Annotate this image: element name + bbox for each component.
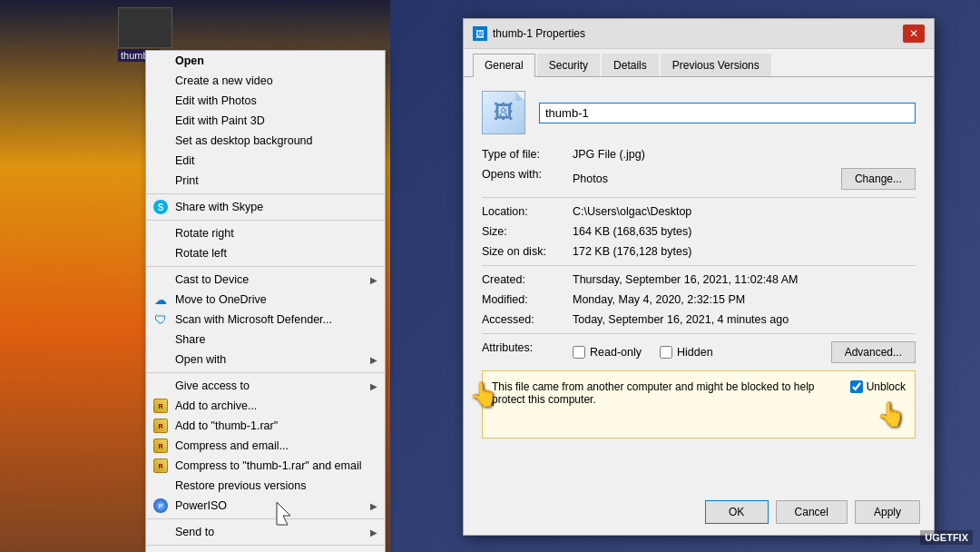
onedrive-icon: ☁ [152, 291, 170, 309]
hidden-checkbox-label[interactable]: Hidden [660, 346, 713, 359]
menu-item-cut[interactable]: Cut [146, 548, 385, 552]
accessed-row: Accessed: Today, September 16, 2021, 4 m… [482, 313, 916, 326]
cursor-unblock: 👆 [877, 400, 906, 429]
menu-item-move-onedrive[interactable]: ☁ Move to OneDrive [146, 290, 385, 310]
attributes-checkboxes: Read-only Hidden [573, 346, 713, 359]
tab-details[interactable]: Details [602, 54, 659, 76]
hidden-checkbox[interactable] [660, 346, 672, 359]
watermark: UGETFIX [920, 530, 973, 545]
attributes-row: Attributes: Read-only Hidden Advanced... [482, 341, 916, 363]
separator-props-2 [482, 265, 916, 266]
dialog-title-text: thumb-1 Properties [493, 27, 585, 40]
change-button[interactable]: Change... [841, 168, 916, 190]
menu-item-share[interactable]: Share [146, 330, 385, 350]
created-value: Thursday, September 16, 2021, 11:02:48 A… [573, 273, 799, 286]
tab-general[interactable]: General [473, 54, 535, 77]
created-label: Created: [482, 273, 573, 286]
menu-item-give-access[interactable]: Give access to ▶ [146, 376, 385, 396]
menu-item-cast-device[interactable]: Cast to Device ▶ [146, 270, 385, 290]
tab-previous-versions[interactable]: Previous Versions [661, 54, 771, 76]
cancel-button[interactable]: Cancel [776, 500, 848, 524]
submenu-arrow: ▶ [370, 355, 377, 365]
dialog-content: 🖼 Type of file: JPG File (.jpg) Opens wi… [464, 77, 934, 452]
modified-value: Monday, May 4, 2020, 2:32:15 PM [573, 293, 745, 306]
readonly-checkbox-label[interactable]: Read-only [573, 346, 642, 359]
separator-props-3 [482, 333, 916, 334]
unblock-checkbox[interactable] [850, 380, 863, 393]
file-info-top: 🖼 [482, 91, 916, 134]
menu-item-restore-versions[interactable]: Restore previous versions [146, 476, 385, 496]
menu-item-send-to[interactable]: Send to ▶ [146, 522, 385, 542]
size-on-disk-label: Size on disk: [482, 245, 573, 258]
menu-item-share-skype[interactable]: S Share with Skype [146, 197, 385, 217]
location-value: C:\Users\olgac\Desktop [573, 205, 691, 218]
apply-button[interactable]: Apply [855, 500, 920, 524]
menu-item-print[interactable]: Print [146, 171, 385, 191]
winrar-icon-3: R [152, 437, 170, 455]
location-label: Location: [482, 205, 573, 218]
menu-item-open[interactable]: Open [146, 51, 385, 71]
menu-item-poweriso[interactable]: P PowerISO ▶ [146, 496, 385, 516]
poweriso-icon: P [152, 497, 170, 515]
security-text: This file came from another computer and… [492, 380, 841, 406]
menu-item-edit[interactable]: Edit [146, 151, 385, 171]
dialog-footer: OK Cancel Apply [705, 500, 920, 524]
created-row: Created: Thursday, September 16, 2021, 1… [482, 273, 916, 286]
menu-item-create-video[interactable]: Create a new video [146, 71, 385, 91]
menu-item-edit-photos[interactable]: Edit with Photos [146, 91, 385, 111]
opens-with-value: Photos [573, 172, 841, 185]
unblock-area: Unblock 👆 [850, 380, 906, 429]
separator-1 [146, 193, 385, 194]
dialog-titlebar: 🖼 thumb-1 Properties ✕ [464, 19, 934, 49]
opens-with-row: Opens with: Photos Change... [482, 168, 916, 190]
desktop: thumb-1 Open Create a new video Edit wit… [0, 0, 980, 552]
type-label: Type of file: [482, 148, 573, 161]
winrar-icon-1: R [152, 397, 170, 415]
dialog-close-button[interactable]: ✕ [903, 25, 925, 43]
menu-item-scan-defender[interactable]: 🛡 Scan with Microsoft Defender... [146, 310, 385, 330]
menu-item-compress-email[interactable]: R Compress and email... [146, 436, 385, 456]
opens-with-label: Opens with: [482, 168, 573, 181]
separator-3 [146, 266, 385, 267]
unblock-label: Unblock [867, 380, 906, 393]
readonly-checkbox[interactable] [573, 346, 585, 359]
menu-item-compress-thumb-email[interactable]: R Compress to "thumb-1.rar" and email [146, 456, 385, 476]
file-name-input[interactable] [539, 103, 916, 123]
file-icon-image: 🖼 [494, 101, 514, 124]
security-section: 👆 This file came from another computer a… [482, 370, 916, 439]
winrar-icon-2: R [152, 417, 170, 435]
accessed-value: Today, September 16, 2021, 4 minutes ago [573, 313, 789, 326]
submenu-arrow: ▶ [370, 381, 377, 391]
separator-2 [146, 220, 385, 221]
menu-item-rotate-right[interactable]: Rotate right [146, 223, 385, 243]
separator-props-1 [482, 197, 916, 198]
readonly-label: Read-only [590, 346, 642, 359]
modified-row: Modified: Monday, May 4, 2020, 2:32:15 P… [482, 293, 916, 306]
type-value: JPG File (.jpg) [573, 148, 645, 161]
modified-label: Modified: [482, 293, 573, 306]
file-icon-large: 🖼 [482, 91, 525, 134]
unblock-checkbox-label[interactable]: Unblock [850, 380, 906, 393]
menu-item-add-thumb-rar[interactable]: R Add to "thumb-1.rar" [146, 416, 385, 436]
submenu-arrow: ▶ [370, 501, 377, 511]
properties-dialog: 🖼 thumb-1 Properties ✕ General Security … [463, 18, 935, 536]
menu-item-rotate-left[interactable]: Rotate left [146, 243, 385, 263]
size-value: 164 KB (168,635 bytes) [573, 225, 691, 238]
menu-item-edit-paint3d[interactable]: Edit with Paint 3D [146, 111, 385, 131]
thumbnail-preview [118, 7, 172, 48]
size-on-disk-value: 172 KB (176,128 bytes) [573, 245, 691, 258]
menu-item-open-with[interactable]: Open with ▶ [146, 350, 385, 370]
winrar-icon-4: R [152, 457, 170, 475]
ok-button[interactable]: OK [705, 500, 769, 524]
accessed-label: Accessed: [482, 313, 573, 326]
defender-icon: 🛡 [152, 310, 170, 329]
advanced-button[interactable]: Advanced... [831, 341, 916, 363]
separator-5 [146, 518, 385, 519]
dialog-tabs: General Security Details Previous Versio… [464, 49, 934, 77]
size-on-disk-row: Size on disk: 172 KB (176,128 bytes) [482, 245, 916, 258]
type-of-file-row: Type of file: JPG File (.jpg) [482, 148, 916, 161]
menu-item-add-archive[interactable]: R Add to archive... [146, 396, 385, 416]
menu-item-set-desktop[interactable]: Set as desktop background [146, 131, 385, 151]
location-row: Location: C:\Users\olgac\Desktop [482, 205, 916, 218]
tab-security[interactable]: Security [537, 54, 600, 76]
